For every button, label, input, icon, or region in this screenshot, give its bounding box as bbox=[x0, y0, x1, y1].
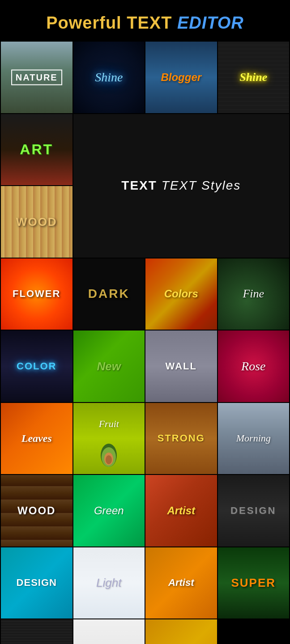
tile-shine-blue[interactable]: Shine bbox=[73, 42, 145, 113]
tile-light[interactable]: Light bbox=[73, 547, 145, 619]
page-title: Powerful TEXT EDITOR bbox=[9, 13, 281, 33]
tile-flower[interactable]: FLOWER bbox=[1, 258, 72, 330]
overlay-text: TEXT TEXT Styles bbox=[121, 178, 241, 193]
tile-shine-neon[interactable]: Shine bbox=[218, 42, 290, 113]
tile-new[interactable]: New bbox=[73, 330, 145, 402]
avocado-icon bbox=[98, 438, 120, 467]
tile-artist2[interactable]: Artist bbox=[145, 547, 217, 619]
tile-wall2[interactable]: WALL bbox=[145, 330, 217, 402]
header: Powerful TEXT EDITOR bbox=[0, 0, 290, 42]
tile-colors[interactable]: Colors bbox=[145, 258, 217, 330]
tile-art[interactable]: ART bbox=[1, 114, 72, 186]
tile-design2[interactable]: DESIGN bbox=[1, 547, 72, 619]
tile-wood2[interactable]: WOOD bbox=[1, 475, 72, 547]
title-powerful: Powerful bbox=[46, 13, 127, 32]
tile-gold2[interactable]: GOLD bbox=[145, 619, 217, 644]
title-editor: EDITOR bbox=[177, 13, 244, 32]
tile-leaves[interactable]: Leaves bbox=[1, 403, 72, 475]
page-wrapper: Powerful TEXT EDITOR NATURE Shine Blogge… bbox=[0, 0, 290, 644]
svg-point-3 bbox=[106, 455, 112, 464]
tiles-grid: NATURE Shine Blogger Shine ART TEXT TEXT… bbox=[0, 42, 290, 644]
overlay-panel: TEXT TEXT Styles bbox=[73, 114, 290, 258]
tile-beauty[interactable]: Beauty bbox=[73, 619, 145, 644]
tile-nature[interactable]: NATURE bbox=[1, 42, 72, 113]
tile-fruit[interactable]: Fruit bbox=[73, 403, 145, 475]
title-text: TEXT bbox=[127, 13, 177, 32]
overlay-label: TEXT Styles bbox=[162, 178, 241, 192]
tile-green[interactable]: Green bbox=[73, 475, 145, 547]
tile-design1[interactable]: DESIGN bbox=[218, 475, 290, 547]
tile-color[interactable]: COLOR bbox=[1, 330, 72, 402]
tile-fine[interactable]: Fine bbox=[218, 258, 290, 330]
tile-wood[interactable]: WOOD bbox=[1, 186, 72, 258]
tile-morning[interactable]: Morning bbox=[218, 403, 290, 475]
tile-super[interactable]: SUPER bbox=[218, 547, 290, 619]
tile-shine3[interactable]: Shine bbox=[1, 619, 72, 644]
tile-strong[interactable]: STRONG bbox=[145, 403, 217, 475]
tile-dark[interactable]: DARK bbox=[73, 258, 145, 330]
tile-rose[interactable]: Rose bbox=[218, 330, 290, 402]
tile-blogger[interactable]: Blogger bbox=[145, 42, 217, 113]
tile-artist[interactable]: Artist bbox=[145, 475, 217, 547]
